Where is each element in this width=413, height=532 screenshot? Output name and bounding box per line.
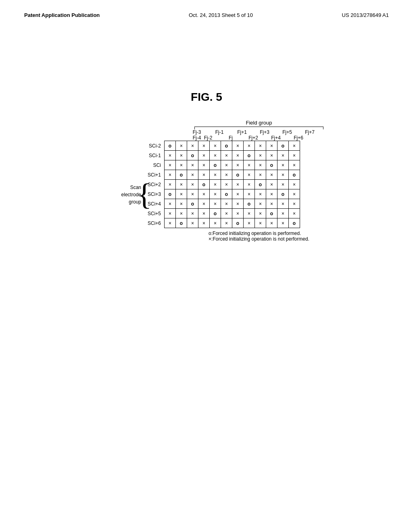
table-row: × bbox=[289, 160, 300, 170]
table-row: o bbox=[221, 189, 232, 199]
table-row: o bbox=[210, 160, 221, 170]
table-row: × bbox=[277, 180, 289, 189]
table-row: × bbox=[266, 170, 277, 180]
table-row: o bbox=[244, 151, 255, 160]
table-row: × bbox=[289, 180, 300, 189]
legend-o: o:Forced initializing operation is perfo… bbox=[209, 231, 309, 236]
table-row: × bbox=[210, 151, 221, 160]
table-row: × bbox=[255, 141, 266, 151]
table-row: × bbox=[255, 199, 266, 209]
table-row: o bbox=[232, 170, 244, 180]
table-row: × bbox=[266, 141, 277, 151]
row-label-sci5: SCi+5 bbox=[148, 209, 163, 218]
table-row: × bbox=[210, 189, 221, 199]
table-row: × bbox=[232, 141, 244, 151]
table-row: × bbox=[277, 151, 289, 160]
table-row: × bbox=[176, 151, 187, 160]
table-row: × bbox=[244, 180, 255, 189]
table-row: × bbox=[244, 218, 255, 228]
table-row: × bbox=[244, 160, 255, 170]
header-right: US 2013/278649 A1 bbox=[342, 12, 389, 18]
table-row: × bbox=[165, 180, 176, 189]
table-row: × bbox=[165, 218, 176, 228]
table-row: × bbox=[221, 218, 232, 228]
table-row: × bbox=[198, 209, 210, 218]
row-label-sci6: SCi+6 bbox=[148, 218, 163, 228]
col-header-fj-2: Fj-1 bbox=[214, 129, 225, 135]
table-row: o bbox=[165, 189, 176, 199]
table-row: × bbox=[176, 189, 187, 199]
table-row: o bbox=[266, 209, 277, 218]
table-row: × bbox=[198, 189, 210, 199]
table-row: × bbox=[198, 218, 210, 228]
table-row: o bbox=[187, 151, 198, 160]
table-row: × bbox=[232, 199, 244, 209]
table-row: × bbox=[187, 189, 198, 199]
table-row: × bbox=[232, 180, 244, 189]
table-row: × bbox=[266, 189, 277, 199]
table-row: × bbox=[210, 199, 221, 209]
table-row: × bbox=[221, 151, 232, 160]
table-row: × bbox=[289, 151, 300, 160]
col-header-fj5: Fj+5 bbox=[282, 129, 293, 135]
table-row: o bbox=[176, 170, 187, 180]
diagram-container: Field group Fj-3 Fj-1 Fj+1 Fj+3 Fj+5 Fj+… bbox=[24, 120, 389, 242]
table-row: × bbox=[244, 170, 255, 180]
table-row: × bbox=[210, 180, 221, 189]
table-row: × bbox=[221, 160, 232, 170]
table-row: × bbox=[176, 141, 187, 151]
table-row: × bbox=[221, 199, 232, 209]
table-row: × bbox=[221, 170, 232, 180]
curly-brace-symbol: { bbox=[141, 160, 148, 210]
table-row: × bbox=[176, 209, 187, 218]
col-header-fj-3b: Fj-2 bbox=[202, 135, 214, 141]
table-row: × bbox=[255, 160, 266, 170]
col-header-fj-4: Fj-3 bbox=[191, 129, 202, 135]
table-row: × bbox=[176, 199, 187, 209]
row-label-sci3: SCi+3 bbox=[148, 189, 163, 199]
table-row: o bbox=[187, 199, 198, 209]
table-row: × bbox=[255, 209, 266, 218]
table-row: × bbox=[244, 189, 255, 199]
row-label-sci: SCi bbox=[148, 160, 163, 170]
table-row: × bbox=[210, 170, 221, 180]
table-row: × bbox=[232, 209, 244, 218]
table-row: × bbox=[289, 209, 300, 218]
col-header-fj2: Fj+2 bbox=[248, 135, 259, 141]
page-header: Patent Application Publication Oct. 24, … bbox=[24, 12, 389, 18]
table-row: × bbox=[165, 151, 176, 160]
table-row: o bbox=[289, 170, 300, 180]
table-row: × bbox=[289, 199, 300, 209]
col-header-fj3: Fj+3 bbox=[259, 129, 270, 135]
figure-title: FIG. 5 bbox=[24, 91, 389, 104]
table-row: × bbox=[165, 160, 176, 170]
table-row: × bbox=[221, 180, 232, 189]
table-row: × bbox=[198, 170, 210, 180]
table-row: × bbox=[198, 199, 210, 209]
table-row: × bbox=[187, 218, 198, 228]
table-row: × bbox=[232, 189, 244, 199]
row-label-sci-1: SCi-1 bbox=[148, 151, 163, 160]
table-row: × bbox=[244, 141, 255, 151]
table-row: × bbox=[266, 180, 277, 189]
data-section: Scan electrode group { SCi-2 SCi-1 SCi S… bbox=[113, 141, 300, 228]
table-row: o bbox=[289, 218, 300, 228]
table-row: × bbox=[255, 218, 266, 228]
table-row: × bbox=[277, 170, 289, 180]
col-header-fj: Fj bbox=[225, 135, 236, 141]
col-header-fj4: Fj+4 bbox=[270, 135, 282, 141]
row-labels: SCi-2 SCi-1 SCi SCi+1 SCi+2 SCi+3 SCi+4 … bbox=[148, 141, 163, 228]
table-row: × bbox=[277, 199, 289, 209]
table-row: o bbox=[198, 180, 210, 189]
col-header-fj6: Fj+6 bbox=[293, 135, 304, 141]
table-row: × bbox=[255, 189, 266, 199]
row-label-sci-2: SCi-2 bbox=[148, 141, 163, 151]
table-row: × bbox=[210, 218, 221, 228]
table-row: × bbox=[244, 209, 255, 218]
data-grid-container: o××××o××××o×××o××××o××××××××o××××o×××o××… bbox=[164, 141, 300, 228]
table-row: × bbox=[176, 180, 187, 189]
table-row: × bbox=[277, 218, 289, 228]
row-label-sci2: SCi+2 bbox=[148, 180, 163, 189]
table-row: × bbox=[277, 160, 289, 170]
table-row: × bbox=[266, 218, 277, 228]
